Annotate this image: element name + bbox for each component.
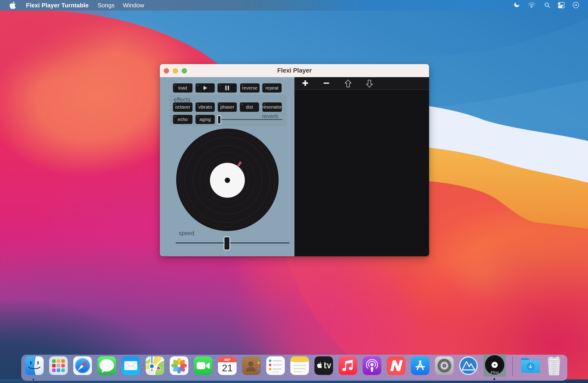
svg-text:280: 280	[157, 368, 160, 371]
svg-text:Flexi: Flexi	[490, 370, 499, 375]
svg-text:21: 21	[222, 363, 233, 373]
svg-text:SEP: SEP	[224, 358, 230, 362]
